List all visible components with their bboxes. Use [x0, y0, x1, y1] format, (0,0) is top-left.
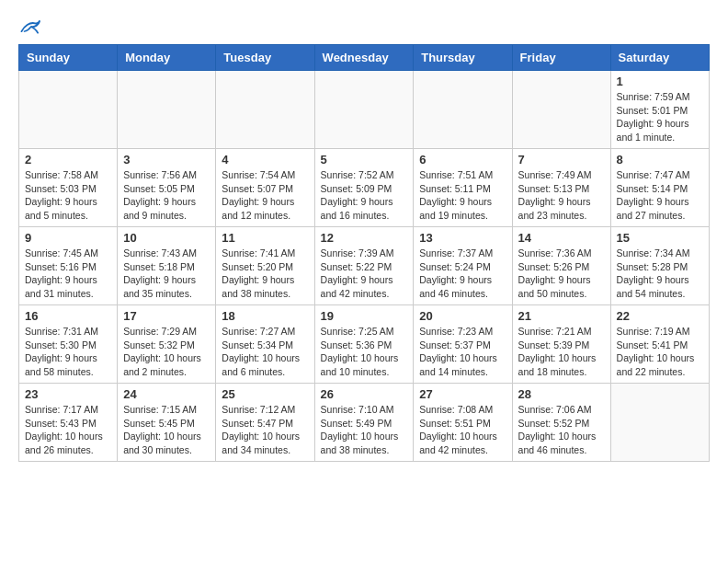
calendar-cell: 7Sunrise: 7:49 AM Sunset: 5:13 PM Daylig… [512, 149, 610, 227]
day-number: 19 [321, 309, 408, 323]
logo [18, 18, 40, 35]
calendar-cell [216, 71, 314, 149]
day-info: Sunrise: 7:59 AM Sunset: 5:01 PM Dayligh… [617, 90, 703, 144]
calendar-cell: 4Sunrise: 7:54 AM Sunset: 5:07 PM Daylig… [216, 149, 314, 227]
day-info: Sunrise: 7:56 AM Sunset: 5:05 PM Dayligh… [123, 168, 210, 223]
day-info: Sunrise: 7:25 AM Sunset: 5:36 PM Dayligh… [321, 325, 408, 379]
calendar-weekday-thursday: Thursday [414, 45, 512, 71]
day-info: Sunrise: 7:47 AM Sunset: 5:14 PM Dayligh… [617, 168, 703, 223]
calendar-cell: 27Sunrise: 7:08 AM Sunset: 5:51 PM Dayli… [414, 384, 512, 462]
day-number: 17 [123, 309, 210, 323]
day-number: 24 [123, 387, 210, 401]
day-info: Sunrise: 7:54 AM Sunset: 5:07 PM Dayligh… [222, 168, 308, 223]
day-info: Sunrise: 7:51 AM Sunset: 5:11 PM Dayligh… [419, 168, 506, 223]
day-info: Sunrise: 7:49 AM Sunset: 5:13 PM Dayligh… [518, 168, 605, 223]
day-info: Sunrise: 7:17 AM Sunset: 5:43 PM Dayligh… [25, 403, 111, 457]
calendar-cell: 18Sunrise: 7:27 AM Sunset: 5:34 PM Dayli… [216, 305, 314, 384]
calendar-week-2: 2Sunrise: 7:58 AM Sunset: 5:03 PM Daylig… [19, 149, 710, 227]
calendar-table: SundayMondayTuesdayWednesdayThursdayFrid… [18, 44, 710, 462]
day-info: Sunrise: 7:58 AM Sunset: 5:03 PM Dayligh… [25, 168, 111, 223]
calendar-cell: 28Sunrise: 7:06 AM Sunset: 5:52 PM Dayli… [512, 384, 610, 462]
day-number: 7 [518, 153, 605, 167]
calendar-weekday-sunday: Sunday [19, 45, 118, 71]
calendar-cell: 17Sunrise: 7:29 AM Sunset: 5:32 PM Dayli… [118, 305, 216, 384]
day-number: 12 [321, 231, 408, 245]
calendar-cell: 5Sunrise: 7:52 AM Sunset: 5:09 PM Daylig… [314, 149, 414, 227]
day-number: 26 [321, 387, 408, 401]
day-number: 16 [25, 309, 111, 323]
day-number: 23 [25, 387, 111, 401]
calendar-week-1: 1Sunrise: 7:59 AM Sunset: 5:01 PM Daylig… [19, 71, 710, 149]
calendar-cell: 1Sunrise: 7:59 AM Sunset: 5:01 PM Daylig… [610, 71, 709, 149]
calendar-cell: 12Sunrise: 7:39 AM Sunset: 5:22 PM Dayli… [314, 227, 414, 305]
calendar-cell: 13Sunrise: 7:37 AM Sunset: 5:24 PM Dayli… [414, 227, 512, 305]
day-info: Sunrise: 7:41 AM Sunset: 5:20 PM Dayligh… [222, 247, 308, 301]
calendar-cell: 22Sunrise: 7:19 AM Sunset: 5:41 PM Dayli… [610, 305, 709, 384]
calendar-week-5: 23Sunrise: 7:17 AM Sunset: 5:43 PM Dayli… [19, 384, 710, 462]
day-number: 15 [617, 231, 703, 245]
day-number: 8 [617, 153, 703, 167]
calendar-cell: 21Sunrise: 7:21 AM Sunset: 5:39 PM Dayli… [512, 305, 610, 384]
calendar-cell: 25Sunrise: 7:12 AM Sunset: 5:47 PM Dayli… [216, 384, 314, 462]
calendar-cell: 14Sunrise: 7:36 AM Sunset: 5:26 PM Dayli… [512, 227, 610, 305]
day-info: Sunrise: 7:06 AM Sunset: 5:52 PM Dayligh… [518, 403, 605, 457]
day-info: Sunrise: 7:08 AM Sunset: 5:51 PM Dayligh… [419, 403, 506, 457]
calendar-weekday-saturday: Saturday [610, 45, 709, 71]
logo-bird-icon [20, 18, 40, 35]
day-number: 10 [123, 231, 210, 245]
calendar-cell: 11Sunrise: 7:41 AM Sunset: 5:20 PM Dayli… [216, 227, 314, 305]
day-number: 5 [321, 153, 408, 167]
calendar-cell: 10Sunrise: 7:43 AM Sunset: 5:18 PM Dayli… [118, 227, 216, 305]
day-info: Sunrise: 7:45 AM Sunset: 5:16 PM Dayligh… [25, 247, 111, 301]
calendar-weekday-friday: Friday [512, 45, 610, 71]
day-number: 28 [518, 387, 605, 401]
calendar-cell [512, 71, 610, 149]
day-info: Sunrise: 7:21 AM Sunset: 5:39 PM Dayligh… [518, 325, 605, 379]
calendar-cell: 20Sunrise: 7:23 AM Sunset: 5:37 PM Dayli… [414, 305, 512, 384]
day-number: 20 [419, 309, 506, 323]
day-number: 13 [419, 231, 506, 245]
day-info: Sunrise: 7:52 AM Sunset: 5:09 PM Dayligh… [321, 168, 408, 223]
calendar-cell: 8Sunrise: 7:47 AM Sunset: 5:14 PM Daylig… [610, 149, 709, 227]
calendar-week-4: 16Sunrise: 7:31 AM Sunset: 5:30 PM Dayli… [19, 305, 710, 384]
day-info: Sunrise: 7:19 AM Sunset: 5:41 PM Dayligh… [617, 325, 703, 379]
calendar-cell: 6Sunrise: 7:51 AM Sunset: 5:11 PM Daylig… [414, 149, 512, 227]
calendar-cell: 23Sunrise: 7:17 AM Sunset: 5:43 PM Dayli… [19, 384, 118, 462]
day-info: Sunrise: 7:31 AM Sunset: 5:30 PM Dayligh… [25, 325, 111, 379]
day-number: 1 [617, 75, 703, 88]
calendar-cell [314, 71, 414, 149]
day-info: Sunrise: 7:39 AM Sunset: 5:22 PM Dayligh… [321, 247, 408, 301]
page-header [18, 18, 710, 35]
calendar-cell: 19Sunrise: 7:25 AM Sunset: 5:36 PM Dayli… [314, 305, 414, 384]
calendar-weekday-tuesday: Tuesday [216, 45, 314, 71]
day-number: 18 [222, 309, 308, 323]
day-number: 22 [617, 309, 703, 323]
calendar-weekday-monday: Monday [118, 45, 216, 71]
calendar-cell: 16Sunrise: 7:31 AM Sunset: 5:30 PM Dayli… [19, 305, 118, 384]
calendar-cell: 3Sunrise: 7:56 AM Sunset: 5:05 PM Daylig… [118, 149, 216, 227]
calendar-header-row: SundayMondayTuesdayWednesdayThursdayFrid… [19, 45, 710, 71]
calendar-cell: 2Sunrise: 7:58 AM Sunset: 5:03 PM Daylig… [19, 149, 118, 227]
calendar-cell: 15Sunrise: 7:34 AM Sunset: 5:28 PM Dayli… [610, 227, 709, 305]
day-number: 25 [222, 387, 308, 401]
day-number: 21 [518, 309, 605, 323]
calendar-cell: 9Sunrise: 7:45 AM Sunset: 5:16 PM Daylig… [19, 227, 118, 305]
calendar-cell: 26Sunrise: 7:10 AM Sunset: 5:49 PM Dayli… [314, 384, 414, 462]
day-number: 11 [222, 231, 308, 245]
day-info: Sunrise: 7:10 AM Sunset: 5:49 PM Dayligh… [321, 403, 408, 457]
day-number: 14 [518, 231, 605, 245]
calendar-cell [118, 71, 216, 149]
day-info: Sunrise: 7:15 AM Sunset: 5:45 PM Dayligh… [123, 403, 210, 457]
day-number: 9 [25, 231, 111, 245]
day-info: Sunrise: 7:23 AM Sunset: 5:37 PM Dayligh… [419, 325, 506, 379]
day-number: 27 [419, 387, 506, 401]
day-info: Sunrise: 7:29 AM Sunset: 5:32 PM Dayligh… [123, 325, 210, 379]
day-info: Sunrise: 7:37 AM Sunset: 5:24 PM Dayligh… [419, 247, 506, 301]
calendar-cell [414, 71, 512, 149]
day-number: 3 [123, 153, 210, 167]
day-number: 2 [25, 153, 111, 167]
day-info: Sunrise: 7:34 AM Sunset: 5:28 PM Dayligh… [617, 247, 703, 301]
day-info: Sunrise: 7:36 AM Sunset: 5:26 PM Dayligh… [518, 247, 605, 301]
calendar-cell: 24Sunrise: 7:15 AM Sunset: 5:45 PM Dayli… [118, 384, 216, 462]
day-number: 4 [222, 153, 308, 167]
